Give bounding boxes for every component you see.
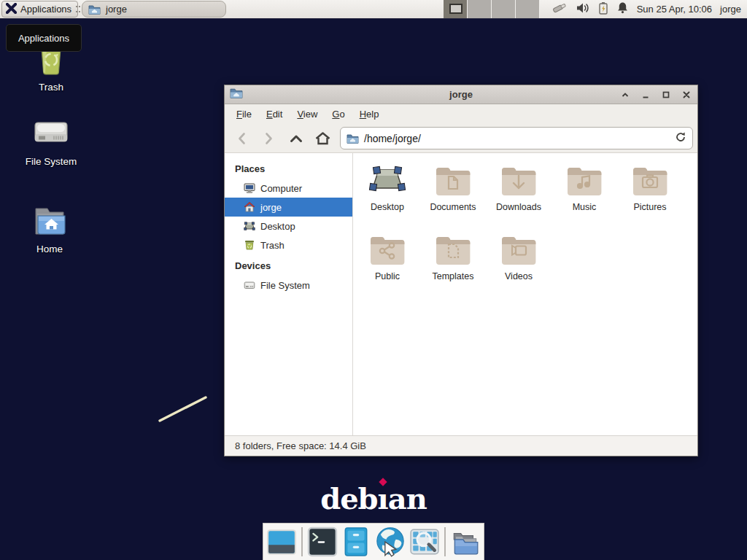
address-path[interactable]: /home/jorge/	[364, 133, 670, 144]
workspace-4[interactable]	[516, 0, 540, 18]
applications-menu-button[interactable]: Applications	[1, 1, 78, 18]
desktop-folder-icon	[367, 162, 408, 198]
xfce-menu-icon	[6, 3, 17, 16]
file-item-label: Documents	[430, 202, 476, 212]
sidebar-item-label: jorge	[260, 202, 282, 213]
file-item-music[interactable]: Music	[551, 158, 617, 228]
sidebar-item-label: Desktop	[260, 221, 295, 232]
up-button[interactable]	[285, 128, 308, 149]
sidebar-item-jorge[interactable]: jorge	[225, 198, 352, 217]
app-finder-icon	[409, 526, 440, 557]
bell-icon[interactable]	[616, 1, 629, 17]
forward-button[interactable]	[257, 128, 280, 149]
devices-header: Devices	[225, 254, 352, 276]
taskbar-window-button[interactable]: jorge	[82, 1, 226, 18]
file-item-public[interactable]: Public	[355, 228, 420, 297]
file-manager-button[interactable]	[341, 526, 372, 558]
user-actions-label[interactable]: jorge	[720, 4, 741, 15]
terminal-icon	[307, 526, 338, 557]
stylus-icon[interactable]	[551, 1, 568, 17]
folders-icon	[450, 526, 481, 557]
close-button[interactable]	[678, 87, 694, 103]
computer-icon	[244, 182, 255, 194]
documents-folder-icon	[433, 162, 473, 198]
music-folder-icon	[564, 162, 605, 198]
workspace-1[interactable]	[444, 0, 468, 18]
menu-edit[interactable]: Edit	[259, 106, 290, 122]
panel-handle[interactable]	[76, 6, 80, 12]
trash-icon	[244, 239, 255, 251]
public-folder-icon	[367, 231, 408, 268]
minimize-button[interactable]	[638, 87, 654, 103]
home-button[interactable]	[311, 128, 334, 149]
show-desktop-button[interactable]	[266, 526, 297, 558]
sidebar-item-label: File System	[260, 280, 310, 291]
file-item-videos[interactable]: Videos	[486, 228, 551, 297]
workspace-2[interactable]	[468, 0, 492, 18]
menu-view[interactable]: View	[290, 106, 325, 122]
videos-folder-icon	[498, 231, 539, 268]
tooltip-text: Applications	[18, 33, 69, 44]
file-view[interactable]: Desktop Documents	[353, 153, 697, 435]
shade-button[interactable]	[617, 87, 633, 103]
sidebar-item-file-system[interactable]: File System	[225, 276, 352, 295]
desktop-icon-label: Trash	[39, 82, 63, 93]
address-bar[interactable]: /home/jorge/	[340, 127, 693, 149]
web-browser-button[interactable]	[374, 526, 406, 558]
file-item-desktop[interactable]: Desktop	[355, 158, 420, 228]
file-item-label: Downloads	[496, 202, 541, 212]
file-item-pictures[interactable]: Pictures	[617, 158, 683, 228]
sidebar-item-trash[interactable]: Trash	[225, 236, 352, 254]
file-manager-window: jorge File Edit View Go Help	[224, 85, 698, 456]
workspace-3[interactable]	[492, 0, 516, 18]
battery-icon[interactable]	[598, 1, 608, 18]
pictures-folder-icon	[630, 162, 670, 198]
maximize-button[interactable]	[658, 87, 674, 103]
application-finder-button[interactable]	[409, 526, 440, 558]
file-grid: Desktop Documents	[355, 158, 683, 297]
desktop-icon-home[interactable]: Home	[13, 204, 86, 254]
menu-file[interactable]: File	[229, 106, 259, 122]
menubar: File Edit View Go Help	[225, 104, 697, 123]
file-item-label: Pictures	[633, 202, 666, 212]
terminal-button[interactable]	[307, 526, 338, 558]
logo-text: deb	[320, 481, 377, 516]
file-item-documents[interactable]: Documents	[420, 158, 486, 228]
applications-menu-label: Applications	[20, 4, 71, 15]
back-button[interactable]	[231, 128, 254, 149]
window-content: Places Computer jorge	[225, 153, 697, 435]
sidebar-item-computer[interactable]: Computer	[225, 179, 352, 198]
file-item-label: Templates	[433, 271, 474, 281]
folder-icon	[347, 133, 359, 144]
directory-menu-button[interactable]	[450, 526, 481, 558]
reload-icon[interactable]	[675, 131, 686, 146]
file-item-templates[interactable]: Templates	[420, 228, 486, 297]
logo-text: an	[388, 481, 427, 516]
hard-drive-icon	[244, 279, 255, 291]
downloads-folder-icon	[498, 162, 539, 198]
file-item-label: Videos	[505, 271, 533, 281]
file-cabinet-icon	[341, 526, 371, 557]
desktop-icon-label: Home	[36, 244, 63, 254]
applications-tooltip: Applications	[6, 24, 82, 52]
paint-stroke	[155, 392, 212, 426]
debian-logo: debıan	[319, 481, 428, 516]
places-header: Places	[225, 158, 352, 179]
titlebar[interactable]: jorge	[225, 85, 697, 104]
volume-icon[interactable]	[576, 2, 590, 17]
desktop-icon-file-system[interactable]: File System	[15, 117, 88, 167]
menu-go[interactable]: Go	[325, 106, 352, 122]
top-panel: Applications jorge	[0, 0, 747, 19]
clock[interactable]: Sun 25 Apr, 10:06	[637, 4, 712, 15]
menu-help[interactable]: Help	[352, 106, 387, 122]
templates-folder-icon	[433, 231, 473, 268]
file-item-downloads[interactable]: Downloads	[486, 158, 551, 228]
sidebar-item-desktop[interactable]: Desktop	[225, 217, 352, 236]
taskbar-window-label: jorge	[106, 4, 127, 15]
workspace-window-thumb	[449, 4, 462, 14]
bottom-dock	[263, 523, 484, 560]
file-item-label: Desktop	[371, 202, 404, 212]
home-icon	[244, 201, 255, 213]
globe-browser-icon	[374, 526, 406, 558]
hard-drive-icon	[32, 117, 70, 152]
